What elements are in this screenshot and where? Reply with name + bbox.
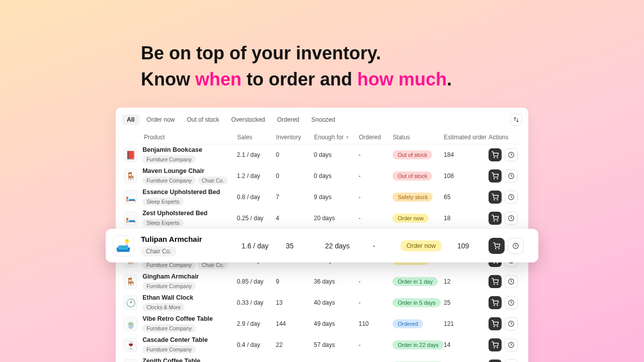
order-button[interactable] bbox=[489, 148, 502, 161]
order-button[interactable] bbox=[489, 359, 502, 362]
cart-icon bbox=[492, 215, 499, 222]
snooze-button[interactable] bbox=[505, 317, 518, 330]
vendor-tag[interactable]: Sleep Experts bbox=[142, 219, 183, 227]
clock-icon bbox=[508, 341, 515, 348]
filter-out-of-stock[interactable]: Out of stock bbox=[182, 114, 224, 125]
cart-icon bbox=[492, 151, 499, 158]
vendor-tag[interactable]: Furniture Company bbox=[142, 155, 196, 163]
filter-all[interactable]: All bbox=[122, 114, 139, 125]
product-name[interactable]: Zest Upholstered Bed bbox=[142, 210, 237, 217]
col-status[interactable]: Status bbox=[393, 134, 444, 141]
svg-point-22 bbox=[497, 305, 498, 306]
cell-ordered: - bbox=[373, 242, 400, 250]
table-row[interactable]: 🛏️Zest Upholstered BedSleep Experts0.25 … bbox=[121, 208, 523, 229]
product-name[interactable]: Essence Upholstered Bed bbox=[142, 189, 237, 196]
table-row[interactable]: 📕Benjamin BookcaseFurniture Company2.1 /… bbox=[121, 144, 523, 165]
table-row[interactable]: 🪑Gingham ArmchairFurniture Company0.85 /… bbox=[121, 271, 523, 292]
cell-estimated: 184 bbox=[444, 151, 489, 158]
vendor-tag[interactable]: Furniture Company bbox=[142, 345, 196, 353]
sort-asc-icon bbox=[345, 135, 350, 140]
col-product[interactable]: Product bbox=[124, 134, 237, 141]
filter-order-now[interactable]: Order now bbox=[141, 114, 180, 125]
table-row[interactable]: ☕Zenith Coffee TableFurniture Company0.1… bbox=[121, 355, 523, 362]
product-name[interactable]: Benjamin Bookcase bbox=[142, 146, 237, 153]
svg-point-25 bbox=[497, 326, 498, 327]
vendor-tag[interactable]: Sleep Experts bbox=[142, 198, 183, 206]
cell-inventory: 7 bbox=[276, 194, 313, 201]
svg-point-9 bbox=[494, 221, 495, 221]
col-enough[interactable]: Enough for bbox=[314, 134, 359, 141]
col-estimated[interactable]: Estimated order bbox=[444, 134, 489, 141]
product-name[interactable]: Ethan Wall Clock bbox=[142, 294, 237, 301]
cell-status: Order in 1 day bbox=[392, 277, 444, 286]
vendor-tag[interactable]: Furniture Company bbox=[142, 282, 196, 290]
order-button[interactable] bbox=[489, 338, 502, 351]
order-button[interactable] bbox=[489, 191, 502, 204]
clock-icon bbox=[508, 194, 515, 201]
table-row[interactable]: 🍵Vibe Retro Coffee TableFurniture Compan… bbox=[121, 313, 523, 334]
filter-snoozed[interactable]: Snoozed bbox=[306, 114, 340, 125]
vendor-tag[interactable]: Chair Co. bbox=[141, 246, 177, 256]
snooze-button[interactable] bbox=[505, 338, 518, 351]
vendor-tag[interactable]: Furniture Company bbox=[142, 324, 196, 332]
cart-icon bbox=[492, 341, 499, 348]
order-button[interactable] bbox=[489, 296, 502, 309]
order-button[interactable] bbox=[489, 238, 505, 254]
clock-icon bbox=[508, 172, 515, 179]
snooze-button[interactable] bbox=[505, 212, 518, 225]
clock-icon bbox=[508, 151, 515, 158]
svg-point-16 bbox=[497, 263, 498, 263]
filter-ordered[interactable]: Ordered bbox=[272, 114, 304, 125]
col-ordered[interactable]: Ordered bbox=[359, 134, 393, 141]
filter-overstocked[interactable]: Overstocked bbox=[226, 114, 270, 125]
svg-point-34 bbox=[499, 248, 499, 249]
cell-enough: 0 days bbox=[314, 172, 359, 179]
table-row[interactable]: 🕐Ethan Wall ClockClocks & More0.33 / day… bbox=[121, 292, 523, 313]
cell-inventory: 22 bbox=[276, 341, 313, 348]
product-thumb: 🛋️ bbox=[113, 235, 134, 256]
svg-point-15 bbox=[494, 263, 495, 263]
svg-point-18 bbox=[494, 284, 495, 285]
sort-button[interactable] bbox=[510, 114, 522, 126]
col-sales[interactable]: Sales bbox=[237, 134, 276, 141]
snooze-button[interactable] bbox=[505, 296, 518, 309]
svg-point-7 bbox=[497, 200, 498, 200]
table-row[interactable]: 🛏️Essence Upholstered BedSleep Experts0.… bbox=[121, 187, 523, 208]
product-thumb: 🕐 bbox=[124, 296, 137, 310]
table-row[interactable]: 🍷Cascade Center TableFurniture Company0.… bbox=[121, 334, 523, 355]
cell-ordered: - bbox=[359, 172, 393, 179]
product-name[interactable]: Tulipan Armchair bbox=[141, 235, 242, 243]
vendor-tag[interactable]: Furniture Company bbox=[142, 176, 196, 185]
cell-ordered: - bbox=[359, 341, 393, 348]
svg-point-3 bbox=[494, 178, 495, 179]
snooze-button[interactable] bbox=[508, 238, 524, 254]
product-name[interactable]: Zenith Coffee Table bbox=[142, 357, 237, 362]
product-thumb: 🛏️ bbox=[124, 211, 137, 225]
svg-point-24 bbox=[494, 326, 495, 327]
vendor-tag[interactable]: Clocks & More bbox=[142, 303, 185, 311]
cell-inventory: 13 bbox=[276, 299, 313, 306]
cell-sales: 0.4 / day bbox=[237, 341, 276, 348]
snooze-button[interactable] bbox=[505, 359, 518, 362]
order-button[interactable] bbox=[489, 317, 502, 330]
table-row[interactable]: 🪑Maven Lounge ChairFurniture CompanyChai… bbox=[121, 165, 523, 187]
snooze-button[interactable] bbox=[505, 275, 518, 288]
order-button[interactable] bbox=[489, 275, 502, 288]
cell-estimated: 65 bbox=[444, 194, 489, 201]
order-button[interactable] bbox=[489, 212, 502, 225]
snooze-button[interactable] bbox=[505, 191, 518, 204]
vendor-tag[interactable]: Chair Co. bbox=[198, 176, 228, 185]
snooze-button[interactable] bbox=[505, 169, 518, 183]
expanded-row[interactable]: 🛋️Tulipan ArmchairChair Co.1.6 / day3522… bbox=[106, 229, 538, 262]
order-button[interactable] bbox=[489, 169, 502, 183]
col-actions: Actions bbox=[489, 134, 520, 141]
snooze-button[interactable] bbox=[505, 148, 518, 161]
product-name[interactable]: Maven Lounge Chair bbox=[142, 167, 237, 174]
col-inventory[interactable]: Inventory bbox=[276, 134, 314, 141]
product-name[interactable]: Vibe Retro Coffee Table bbox=[142, 315, 237, 322]
cell-enough: 20 days bbox=[314, 215, 359, 222]
product-name[interactable]: Gingham Armchair bbox=[142, 273, 237, 280]
product-name[interactable]: Cascade Center Table bbox=[142, 336, 237, 343]
cell-inventory: 144 bbox=[276, 320, 313, 327]
clock-icon bbox=[508, 299, 515, 306]
